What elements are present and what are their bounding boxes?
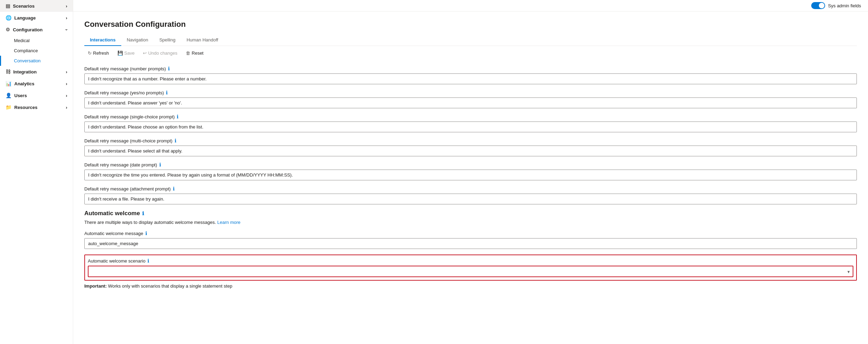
field-label-welcome-scenario: Automatic welcome scenario ℹ [88,258,853,264]
tab-human-handoff[interactable]: Human Handoff [181,34,224,46]
sidebar-group-configuration[interactable]: ⚙ Configuration › [0,24,73,36]
info-icon-retry-multi-choice[interactable]: ℹ [175,138,176,143]
sys-admin-switch[interactable] [811,2,825,9]
sidebar-group-integration[interactable]: ⛓ Integration › [0,66,73,78]
refresh-icon: ↻ [88,50,92,56]
chevron-down-icon: › [66,105,67,110]
top-bar: Sys admin fields [73,0,868,11]
input-retry-number[interactable] [84,73,857,84]
tab-navigation[interactable]: Navigation [121,34,154,46]
field-welcome-message: Automatic welcome message ℹ [84,230,857,249]
info-icon-automatic-welcome[interactable]: ℹ [142,211,144,216]
field-retry-date: Default retry message (date prompt) ℹ [84,162,857,180]
chevron-down-icon: › [66,69,67,75]
sidebar-group-language[interactable]: 🌐 Language › [0,12,73,24]
page-title: Conversation Configuration [84,20,857,29]
scenarios-icon: ▤ [6,3,10,9]
tab-spelling[interactable]: Spelling [154,34,181,46]
info-icon-retry-date[interactable]: ℹ [159,162,161,167]
field-retry-attachment: Default retry message (attachment prompt… [84,186,857,204]
sidebar-item-compliance[interactable]: Compliance [0,46,73,56]
field-label-retry-date: Default retry message (date prompt) ℹ [84,162,857,167]
sidebar-item-medical[interactable]: Medical [0,36,73,46]
important-note: Important: Works only with scenarios tha… [84,283,857,289]
section-welcome-scenario: Automatic welcome scenario ℹ [84,255,857,281]
users-icon: 👤 [6,93,11,98]
field-label-retry-multi-choice: Default retry message (multi-choice prom… [84,138,857,143]
section-automatic-welcome: Automatic welcome ℹ [84,210,857,217]
input-retry-date[interactable] [84,170,857,180]
input-retry-yesno[interactable] [84,97,857,108]
sidebar-group-scenarios[interactable]: ▤ Scenarios › [0,0,73,12]
undo-changes-button[interactable]: ↩ Undo changes [139,49,181,57]
analytics-icon: 📊 [6,81,11,86]
field-label-retry-number: Default retry message (number prompts) ℹ [84,66,857,71]
page-content: Conversation Configuration Interactions … [73,11,868,344]
save-button[interactable]: 💾 Save [114,49,138,57]
integration-icon: ⛓ [6,69,10,75]
reset-icon: 🗑 [186,50,190,56]
chevron-down-icon: › [66,3,67,9]
sidebar-group-resources[interactable]: 📁 Resources › [0,101,73,113]
undo-icon: ↩ [143,50,147,56]
resources-icon: 📁 [6,104,11,110]
info-icon-retry-single-choice[interactable]: ℹ [177,114,178,119]
input-retry-single-choice[interactable] [84,122,857,132]
field-retry-yesno: Default retry message (yes/no prompts) ℹ [84,90,857,108]
select-welcome-scenario[interactable] [88,266,853,277]
welcome-description: There are multiple ways to display autom… [84,220,857,225]
chevron-down-icon: › [66,15,67,21]
sidebar: ▤ Scenarios › 🌐 Language › ⚙ Configurati… [0,0,73,344]
field-retry-number: Default retry message (number prompts) ℹ [84,66,857,84]
language-icon: 🌐 [6,15,11,21]
sidebar-item-conversation[interactable]: Conversation [0,56,73,66]
chevron-up-icon: › [64,29,69,30]
info-icon-welcome-scenario[interactable]: ℹ [147,258,149,264]
sys-admin-toggle[interactable]: Sys admin fields [811,2,861,9]
select-wrapper-welcome-scenario [88,266,853,277]
tab-interactions[interactable]: Interactions [84,34,121,46]
field-label-welcome-message: Automatic welcome message ℹ [84,230,857,236]
input-retry-multi-choice[interactable] [84,146,857,156]
chevron-down-icon: › [66,81,67,86]
main-content: Sys admin fields Conversation Configurat… [73,0,868,344]
input-welcome-message[interactable] [84,238,857,249]
info-icon-retry-number[interactable]: ℹ [168,66,170,71]
field-retry-multi-choice: Default retry message (multi-choice prom… [84,138,857,156]
tabs-bar: Interactions Navigation Spelling Human H… [84,34,857,46]
field-retry-single-choice: Default retry message (single-choice pro… [84,114,857,132]
sidebar-group-users[interactable]: 👤 Users › [0,89,73,101]
learn-more-link[interactable]: Learn more [217,220,240,225]
configuration-icon: ⚙ [6,27,10,32]
sys-admin-label: Sys admin fields [828,3,861,8]
field-label-retry-single-choice: Default retry message (single-choice pro… [84,114,857,119]
field-label-retry-attachment: Default retry message (attachment prompt… [84,186,857,191]
chevron-down-icon: › [66,93,67,98]
reset-button[interactable]: 🗑 Reset [182,49,207,57]
field-label-retry-yesno: Default retry message (yes/no prompts) ℹ [84,90,857,95]
info-icon-retry-attachment[interactable]: ℹ [173,186,175,191]
info-icon-welcome-message[interactable]: ℹ [145,230,147,236]
refresh-button[interactable]: ↻ Refresh [84,49,113,57]
sidebar-group-analytics[interactable]: 📊 Analytics › [0,78,73,89]
info-icon-retry-yesno[interactable]: ℹ [166,90,168,95]
input-retry-attachment[interactable] [84,194,857,204]
toolbar: ↻ Refresh 💾 Save ↩ Undo changes 🗑 Reset [84,46,857,60]
save-icon: 💾 [117,50,123,56]
